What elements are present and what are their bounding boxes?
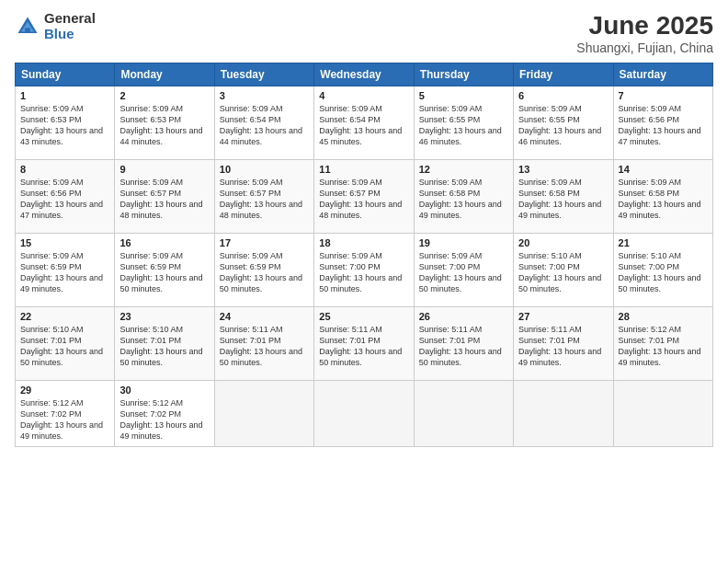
day-number: 4 (319, 90, 408, 101)
day-number: 16 (119, 237, 209, 248)
day-info: Sunrise: 5:09 AMSunset: 6:56 PMDaylight:… (619, 103, 708, 148)
month-title: June 2025 (576, 11, 713, 40)
calendar-cell: 9Sunrise: 5:09 AMSunset: 6:57 PMDaylight… (115, 160, 214, 234)
svg-rect-2 (25, 28, 30, 33)
page: General Blue June 2025 Shuangxi, Fujian,… (0, 0, 728, 563)
day-number: 13 (518, 164, 608, 175)
day-info: Sunrise: 5:09 AMSunset: 6:58 PMDaylight:… (419, 177, 508, 222)
day-info: Sunrise: 5:09 AMSunset: 6:57 PMDaylight:… (119, 177, 209, 222)
day-number: 15 (20, 237, 109, 248)
day-info: Sunrise: 5:11 AMSunset: 7:01 PMDaylight:… (518, 324, 608, 369)
day-number: 30 (119, 385, 209, 396)
calendar-cell: 22Sunrise: 5:10 AMSunset: 7:01 PMDayligh… (16, 307, 115, 381)
day-info: Sunrise: 5:09 AMSunset: 7:00 PMDaylight:… (419, 250, 508, 295)
calendar-cell (514, 381, 613, 447)
header: General Blue June 2025 Shuangxi, Fujian,… (15, 11, 713, 55)
day-info: Sunrise: 5:09 AMSunset: 6:59 PMDaylight:… (20, 250, 109, 295)
calendar-week-row: 1Sunrise: 5:09 AMSunset: 6:53 PMDaylight… (16, 86, 713, 160)
day-info: Sunrise: 5:09 AMSunset: 6:59 PMDaylight:… (119, 250, 209, 295)
calendar-cell: 13Sunrise: 5:09 AMSunset: 6:58 PMDayligh… (514, 160, 613, 234)
calendar-cell: 20Sunrise: 5:10 AMSunset: 7:00 PMDayligh… (514, 234, 613, 307)
calendar-cell: 2Sunrise: 5:09 AMSunset: 6:53 PMDaylight… (115, 86, 214, 160)
header-thursday: Thursday (414, 63, 513, 86)
calendar-cell (414, 381, 513, 447)
day-number: 5 (419, 90, 508, 101)
day-info: Sunrise: 5:09 AMSunset: 7:00 PMDaylight:… (319, 250, 408, 295)
calendar-cell (314, 381, 414, 447)
calendar-cell: 8Sunrise: 5:09 AMSunset: 6:56 PMDaylight… (16, 160, 115, 234)
day-info: Sunrise: 5:09 AMSunset: 6:59 PMDaylight:… (220, 250, 309, 295)
calendar-header-row: SundayMondayTuesdayWednesdayThursdayFrid… (16, 63, 713, 86)
day-info: Sunrise: 5:09 AMSunset: 6:55 PMDaylight:… (419, 103, 508, 148)
header-monday: Monday (115, 63, 214, 86)
calendar-cell (613, 381, 712, 447)
day-info: Sunrise: 5:09 AMSunset: 6:54 PMDaylight:… (220, 103, 309, 148)
day-number: 29 (20, 385, 109, 396)
day-info: Sunrise: 5:10 AMSunset: 7:01 PMDaylight:… (119, 324, 209, 369)
calendar-cell: 3Sunrise: 5:09 AMSunset: 6:54 PMDaylight… (214, 86, 313, 160)
calendar-cell: 16Sunrise: 5:09 AMSunset: 6:59 PMDayligh… (115, 234, 214, 307)
day-info: Sunrise: 5:09 AMSunset: 6:53 PMDaylight:… (20, 103, 109, 148)
calendar-cell: 7Sunrise: 5:09 AMSunset: 6:56 PMDaylight… (613, 86, 712, 160)
calendar-cell: 6Sunrise: 5:09 AMSunset: 6:55 PMDaylight… (514, 86, 613, 160)
calendar-week-row: 29Sunrise: 5:12 AMSunset: 7:02 PMDayligh… (16, 381, 713, 447)
calendar-cell: 18Sunrise: 5:09 AMSunset: 7:00 PMDayligh… (314, 234, 414, 307)
calendar-cell: 5Sunrise: 5:09 AMSunset: 6:55 PMDaylight… (414, 86, 513, 160)
calendar-cell: 30Sunrise: 5:12 AMSunset: 7:02 PMDayligh… (115, 381, 214, 447)
day-number: 19 (419, 237, 508, 248)
calendar-cell: 17Sunrise: 5:09 AMSunset: 6:59 PMDayligh… (214, 234, 313, 307)
day-info: Sunrise: 5:12 AMSunset: 7:02 PMDaylight:… (20, 397, 109, 442)
day-number: 21 (619, 237, 708, 248)
calendar-cell: 29Sunrise: 5:12 AMSunset: 7:02 PMDayligh… (16, 381, 115, 447)
day-number: 10 (220, 164, 309, 175)
header-saturday: Saturday (613, 63, 712, 86)
day-info: Sunrise: 5:09 AMSunset: 6:57 PMDaylight:… (220, 177, 309, 222)
day-info: Sunrise: 5:09 AMSunset: 6:55 PMDaylight:… (518, 103, 608, 148)
day-number: 23 (119, 311, 209, 322)
day-info: Sunrise: 5:11 AMSunset: 7:01 PMDaylight:… (319, 324, 408, 369)
calendar-cell: 21Sunrise: 5:10 AMSunset: 7:00 PMDayligh… (613, 234, 712, 307)
calendar-cell: 11Sunrise: 5:09 AMSunset: 6:57 PMDayligh… (314, 160, 414, 234)
day-number: 26 (419, 311, 508, 322)
day-number: 8 (20, 164, 109, 175)
day-number: 25 (319, 311, 408, 322)
calendar: SundayMondayTuesdayWednesdayThursdayFrid… (15, 63, 713, 447)
day-info: Sunrise: 5:09 AMSunset: 6:57 PMDaylight:… (319, 177, 408, 222)
calendar-cell: 23Sunrise: 5:10 AMSunset: 7:01 PMDayligh… (115, 307, 214, 381)
calendar-cell: 15Sunrise: 5:09 AMSunset: 6:59 PMDayligh… (16, 234, 115, 307)
day-number: 28 (619, 311, 708, 322)
logo-icon (15, 14, 40, 40)
day-number: 24 (220, 311, 309, 322)
day-number: 17 (220, 237, 309, 248)
title-section: June 2025 Shuangxi, Fujian, China (576, 11, 713, 55)
calendar-cell: 1Sunrise: 5:09 AMSunset: 6:53 PMDaylight… (16, 86, 115, 160)
day-number: 3 (220, 90, 309, 101)
day-number: 12 (419, 164, 508, 175)
logo: General Blue (15, 11, 96, 41)
calendar-week-row: 8Sunrise: 5:09 AMSunset: 6:56 PMDaylight… (16, 160, 713, 234)
day-info: Sunrise: 5:09 AMSunset: 6:56 PMDaylight:… (20, 177, 109, 222)
day-number: 27 (518, 311, 608, 322)
day-number: 6 (518, 90, 608, 101)
day-number: 22 (20, 311, 109, 322)
day-info: Sunrise: 5:12 AMSunset: 7:02 PMDaylight:… (119, 397, 209, 442)
day-info: Sunrise: 5:09 AMSunset: 6:53 PMDaylight:… (119, 103, 209, 148)
calendar-cell: 27Sunrise: 5:11 AMSunset: 7:01 PMDayligh… (514, 307, 613, 381)
logo-text: General Blue (44, 11, 96, 41)
calendar-cell: 12Sunrise: 5:09 AMSunset: 6:58 PMDayligh… (414, 160, 513, 234)
calendar-week-row: 22Sunrise: 5:10 AMSunset: 7:01 PMDayligh… (16, 307, 713, 381)
day-number: 14 (619, 164, 708, 175)
day-info: Sunrise: 5:09 AMSunset: 6:58 PMDaylight:… (518, 177, 608, 222)
header-tuesday: Tuesday (214, 63, 313, 86)
day-info: Sunrise: 5:10 AMSunset: 7:01 PMDaylight:… (20, 324, 109, 369)
calendar-cell: 24Sunrise: 5:11 AMSunset: 7:01 PMDayligh… (214, 307, 313, 381)
header-wednesday: Wednesday (314, 63, 414, 86)
day-number: 20 (518, 237, 608, 248)
day-number: 11 (319, 164, 408, 175)
calendar-week-row: 15Sunrise: 5:09 AMSunset: 6:59 PMDayligh… (16, 234, 713, 307)
day-info: Sunrise: 5:12 AMSunset: 7:01 PMDaylight:… (619, 324, 708, 369)
day-info: Sunrise: 5:09 AMSunset: 6:58 PMDaylight:… (619, 177, 708, 222)
calendar-cell: 28Sunrise: 5:12 AMSunset: 7:01 PMDayligh… (613, 307, 712, 381)
day-info: Sunrise: 5:10 AMSunset: 7:00 PMDaylight:… (619, 250, 708, 295)
day-info: Sunrise: 5:09 AMSunset: 6:54 PMDaylight:… (319, 103, 408, 148)
